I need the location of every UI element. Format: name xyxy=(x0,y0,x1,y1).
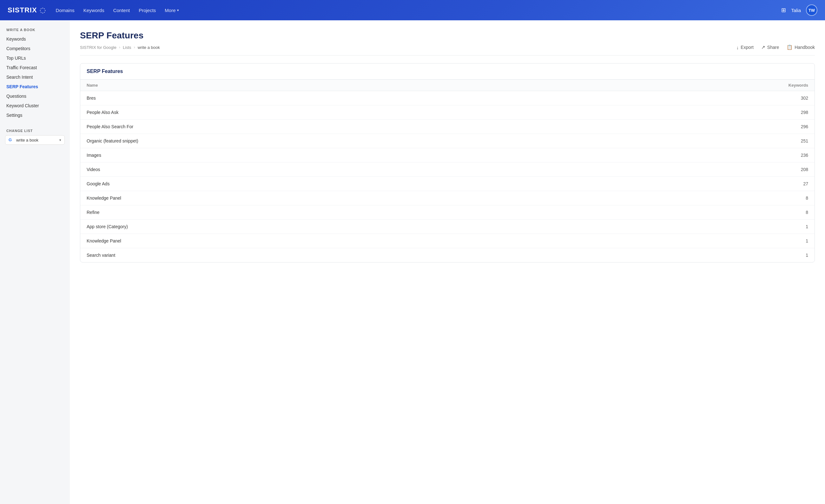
cell-name: Refine xyxy=(80,205,569,220)
nav-projects[interactable]: Projects xyxy=(139,8,156,13)
table-row: App store (Category)1 xyxy=(80,220,815,234)
layout: WRITE A BOOK Keywords Competitors Top UR… xyxy=(0,20,825,504)
handbook-label: Handbook xyxy=(795,45,815,50)
sidebar-section-label: WRITE A BOOK xyxy=(0,28,70,34)
chevron-down-icon: ▾ xyxy=(59,138,61,142)
cell-name: Bres xyxy=(80,91,569,105)
cell-name: Images xyxy=(80,148,569,162)
table-row: Bres302 xyxy=(80,91,815,105)
breadcrumb: SISTRIX for Google › Lists › write a boo… xyxy=(80,45,815,56)
export-button[interactable]: ↓ Export xyxy=(737,45,754,50)
table-row: Refine8 xyxy=(80,205,815,220)
cell-name: Videos xyxy=(80,162,569,177)
header-right: ⊞ Talia TW xyxy=(781,4,817,16)
sidebar-item-keywords[interactable]: Keywords xyxy=(0,34,70,44)
main-nav: Domains Keywords Content Projects More ▾ xyxy=(56,8,781,13)
sidebar-item-settings[interactable]: Settings xyxy=(0,111,70,120)
logo-text: SISTRIX xyxy=(8,6,37,14)
logo[interactable]: SISTRIX ◌ xyxy=(8,6,46,14)
share-icon: ↗ xyxy=(761,45,765,50)
table-row: Google Ads27 xyxy=(80,177,815,191)
google-icon: G xyxy=(9,137,14,143)
table-row: Videos208 xyxy=(80,162,815,177)
export-icon: ↓ xyxy=(737,45,739,50)
nav-content[interactable]: Content xyxy=(113,8,130,13)
search-icon: ◌ xyxy=(40,6,46,14)
nav-domains[interactable]: Domains xyxy=(56,8,75,13)
sidebar-item-questions[interactable]: Questions xyxy=(0,91,70,101)
card-title: SERP Features xyxy=(87,69,808,74)
cell-keywords: 1 xyxy=(569,234,815,248)
export-label: Export xyxy=(741,45,753,50)
dropdown-value: write a book xyxy=(16,138,39,143)
cell-keywords: 302 xyxy=(569,91,815,105)
handbook-button[interactable]: 📋 Handbook xyxy=(786,45,815,50)
grid-icon[interactable]: ⊞ xyxy=(781,7,786,14)
chevron-down-icon: ▾ xyxy=(177,8,179,12)
table-row: Organic (featured snippet)251 xyxy=(80,134,815,148)
table-head: Name Keywords xyxy=(80,80,815,91)
nav-more[interactable]: More ▾ xyxy=(165,8,179,13)
cell-name: Organic (featured snippet) xyxy=(80,134,569,148)
sidebar: WRITE A BOOK Keywords Competitors Top UR… xyxy=(0,20,70,504)
cell-name: Knowledge Panel xyxy=(80,191,569,205)
col-name: Name xyxy=(80,80,569,91)
serp-features-table: Name Keywords Bres302People Also Ask298P… xyxy=(80,80,815,262)
cell-name: App store (Category) xyxy=(80,220,569,234)
breadcrumb-actions: ↓ Export ↗ Share 📋 Handbook xyxy=(737,45,815,50)
cell-keywords: 1 xyxy=(569,248,815,263)
serp-features-card: SERP Features Name Keywords Bres302Peopl… xyxy=(80,63,815,263)
change-list-label: CHANGE LIST xyxy=(0,129,70,135)
change-list-dropdown[interactable]: G write a book ▾ xyxy=(5,135,65,145)
cell-name: Google Ads xyxy=(80,177,569,191)
table-row: Search variant1 xyxy=(80,248,815,263)
table-row: Images236 xyxy=(80,148,815,162)
cell-name: Search variant xyxy=(80,248,569,263)
avatar[interactable]: TW xyxy=(806,4,817,16)
nav-keywords[interactable]: Keywords xyxy=(83,8,104,13)
table-row: People Also Search For296 xyxy=(80,120,815,134)
breadcrumb-sep-1: › xyxy=(119,45,120,50)
cell-keywords: 298 xyxy=(569,105,815,120)
user-name: Talia xyxy=(791,8,801,13)
sidebar-item-traffic-forecast[interactable]: Traffic Forecast xyxy=(0,63,70,72)
cell-name: Knowledge Panel xyxy=(80,234,569,248)
table-row: People Also Ask298 xyxy=(80,105,815,120)
col-keywords: Keywords xyxy=(569,80,815,91)
nav-more-label: More xyxy=(165,8,175,13)
sidebar-divider xyxy=(0,120,70,126)
breadcrumb-sep-2: › xyxy=(134,45,135,50)
cell-keywords: 208 xyxy=(569,162,815,177)
sidebar-item-serp-features[interactable]: SERP Features xyxy=(0,82,70,91)
sidebar-item-keyword-cluster[interactable]: Keyword Cluster xyxy=(0,101,70,111)
cell-keywords: 8 xyxy=(569,205,815,220)
card-header: SERP Features xyxy=(80,64,815,80)
cell-name: People Also Ask xyxy=(80,105,569,120)
breadcrumb-sistrix[interactable]: SISTRIX for Google xyxy=(80,45,117,50)
cell-name: People Also Search For xyxy=(80,120,569,134)
breadcrumb-current: write a book xyxy=(138,45,160,50)
table-row: Knowledge Panel8 xyxy=(80,191,815,205)
cell-keywords: 8 xyxy=(569,191,815,205)
avatar-initials: TW xyxy=(809,8,815,13)
cell-keywords: 27 xyxy=(569,177,815,191)
sidebar-item-search-intent[interactable]: Search Intent xyxy=(0,72,70,82)
sidebar-item-top-urls[interactable]: Top URLs xyxy=(0,53,70,63)
sidebar-item-competitors[interactable]: Competitors xyxy=(0,44,70,53)
share-label: Share xyxy=(767,45,779,50)
handbook-icon: 📋 xyxy=(786,45,793,50)
cell-keywords: 1 xyxy=(569,220,815,234)
header: SISTRIX ◌ Domains Keywords Content Proje… xyxy=(0,0,825,20)
table-header-row: Name Keywords xyxy=(80,80,815,91)
table-row: Knowledge Panel1 xyxy=(80,234,815,248)
table-body: Bres302People Also Ask298People Also Sea… xyxy=(80,91,815,263)
cell-keywords: 236 xyxy=(569,148,815,162)
share-button[interactable]: ↗ Share xyxy=(761,45,779,50)
page-title: SERP Features xyxy=(80,30,815,41)
breadcrumb-lists[interactable]: Lists xyxy=(123,45,131,50)
main-content: SERP Features SISTRIX for Google › Lists… xyxy=(70,20,825,504)
cell-keywords: 251 xyxy=(569,134,815,148)
cell-keywords: 296 xyxy=(569,120,815,134)
